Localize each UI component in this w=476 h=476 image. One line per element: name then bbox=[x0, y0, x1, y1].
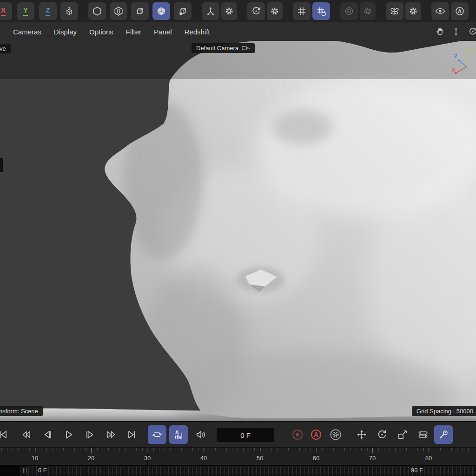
quantize-grid-button[interactable] bbox=[312, 2, 330, 20]
play-button[interactable] bbox=[59, 425, 79, 444]
ruler-major-tick bbox=[429, 448, 429, 453]
rotation-snap-settings-button[interactable] bbox=[267, 2, 283, 20]
polygon-mode-button[interactable] bbox=[152, 2, 170, 20]
menu-cameras[interactable]: Cameras bbox=[13, 28, 41, 36]
ruler-label-20: 20 bbox=[88, 455, 94, 462]
edge-notch bbox=[0, 158, 3, 172]
viewport-canvas[interactable] bbox=[0, 41, 476, 421]
ruler-label-70: 70 bbox=[369, 455, 376, 462]
grid-toggle-button[interactable] bbox=[293, 2, 311, 20]
record-scale-button[interactable] bbox=[392, 425, 413, 444]
model-mode-button[interactable] bbox=[110, 2, 127, 20]
gear-circle-icon bbox=[329, 428, 343, 442]
target-icon bbox=[344, 6, 355, 17]
menu-options[interactable]: Options bbox=[89, 28, 113, 36]
a-bars-icon bbox=[172, 429, 185, 441]
transform-status-label: nsform: Scene bbox=[0, 406, 43, 416]
pla-tool-icon bbox=[437, 429, 450, 441]
enable-axis-button[interactable] bbox=[202, 2, 219, 20]
orbit-icon bbox=[468, 26, 476, 37]
zoom-view-button[interactable] bbox=[451, 26, 462, 38]
ruler-label-30: 30 bbox=[144, 455, 151, 462]
target-snap-button[interactable] bbox=[340, 2, 358, 20]
coordinate-system-button[interactable] bbox=[60, 2, 78, 20]
previous-frame-button[interactable] bbox=[37, 425, 58, 444]
range-grip[interactable] bbox=[23, 468, 26, 473]
record-pla-button[interactable] bbox=[434, 425, 453, 444]
timeline-ruler[interactable]: 10 20 30 40 50 60 70 80 bbox=[0, 447, 476, 465]
orbit-view-button[interactable] bbox=[468, 26, 476, 38]
axis-settings-button[interactable] bbox=[221, 2, 237, 20]
target-snap-settings-button[interactable] bbox=[360, 2, 376, 20]
lock-z-axis-button[interactable]: Z bbox=[39, 2, 57, 20]
keying-settings-button[interactable] bbox=[325, 425, 346, 444]
grid-spacing-label: Grid Spacing : 50000 bbox=[412, 406, 476, 416]
gizmo-x-label: X bbox=[452, 67, 456, 73]
viewport[interactable]: ive Default Camera Y X Z nsform: Scene G… bbox=[0, 41, 476, 421]
pan-view-button[interactable] bbox=[435, 26, 446, 38]
texture-mode-button[interactable] bbox=[131, 2, 149, 20]
skip-end-icon bbox=[126, 429, 138, 441]
zoom-updown-icon bbox=[451, 26, 461, 37]
symmetry-button[interactable] bbox=[386, 2, 403, 20]
go-to-start-button[interactable] bbox=[0, 425, 13, 444]
rotation-snap-button[interactable] bbox=[247, 2, 265, 20]
loop-playback-button[interactable] bbox=[148, 425, 166, 444]
ruler-label-50: 50 bbox=[257, 455, 263, 462]
gear-icon bbox=[224, 6, 235, 17]
menu-filter[interactable]: Filter bbox=[126, 28, 141, 36]
lock-x-axis-button[interactable]: X bbox=[0, 2, 12, 20]
ruler-minor-ticks bbox=[0, 448, 476, 451]
previous-key-icon bbox=[20, 429, 32, 441]
grid-icon bbox=[296, 6, 307, 17]
camera-label: Default Camera bbox=[196, 45, 238, 52]
viewport-menubar: Cameras Display Options Filter Panel Red… bbox=[0, 22, 476, 41]
ruler-major-tick bbox=[35, 448, 35, 453]
hexagon-icon bbox=[92, 6, 103, 17]
x-axis-label: X bbox=[1, 7, 6, 16]
range-start-label: 0 F bbox=[38, 467, 47, 474]
sound-toggle-button[interactable] bbox=[191, 425, 211, 444]
autokeying-button[interactable] bbox=[306, 425, 326, 444]
menu-redshift[interactable]: Redshift bbox=[184, 28, 210, 36]
object-mode-button[interactable] bbox=[174, 2, 192, 20]
menu-panel[interactable]: Panel bbox=[154, 28, 172, 36]
ruler-label-80: 80 bbox=[425, 455, 432, 462]
record-rotation-button[interactable] bbox=[372, 425, 392, 444]
filled-hexagon-icon bbox=[156, 6, 167, 17]
axis-gizmo[interactable]: Y X Z bbox=[448, 45, 476, 78]
record-keyframe-icon bbox=[291, 428, 304, 442]
current-frame-field[interactable]: 0 F bbox=[217, 428, 274, 442]
eye-icon bbox=[435, 6, 446, 17]
auto-mode-button[interactable] bbox=[451, 2, 469, 20]
record-position-button[interactable] bbox=[351, 425, 372, 444]
loop-icon bbox=[151, 429, 163, 441]
previous-key-button[interactable] bbox=[16, 425, 36, 444]
scale-box-icon bbox=[397, 429, 409, 441]
next-key-button[interactable] bbox=[101, 425, 122, 444]
hexagon-slot-icon bbox=[113, 6, 124, 17]
preview-range-bar: 0 F 90 F bbox=[0, 465, 476, 476]
next-frame-button[interactable] bbox=[80, 425, 100, 444]
y-axis-label: Y bbox=[23, 7, 28, 16]
range-track[interactable] bbox=[20, 466, 476, 476]
visibility-button[interactable] bbox=[431, 2, 449, 20]
make-editable-button[interactable] bbox=[88, 2, 106, 20]
record-parameter-button[interactable] bbox=[413, 425, 433, 444]
camera-selector[interactable]: Default Camera bbox=[192, 43, 255, 53]
menu-display[interactable]: Display bbox=[54, 28, 77, 36]
symmetry-settings-button[interactable] bbox=[405, 2, 421, 20]
autokey-range-button[interactable] bbox=[169, 425, 188, 444]
gear-icon bbox=[269, 6, 280, 17]
rotation-arrows-icon bbox=[376, 429, 388, 441]
ruler-label-10: 10 bbox=[32, 455, 38, 462]
ruler-major-tick bbox=[260, 448, 260, 453]
view-menu-label[interactable]: ive bbox=[0, 44, 11, 53]
ruler-label-60: 60 bbox=[313, 455, 319, 462]
record-keyframe-button[interactable] bbox=[287, 425, 308, 444]
cube-icon bbox=[134, 6, 145, 17]
lock-y-axis-button[interactable]: Y bbox=[17, 2, 34, 20]
transport-bar: 0 F bbox=[0, 421, 476, 448]
go-to-end-button[interactable] bbox=[122, 425, 142, 444]
gizmo-y-label: Y bbox=[470, 46, 474, 52]
